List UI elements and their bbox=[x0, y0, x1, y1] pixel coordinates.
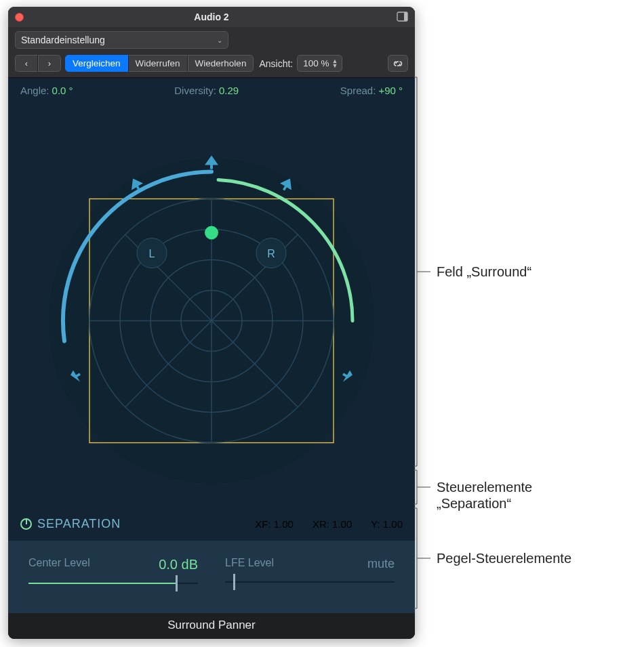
callout-separation-l1: Steuerelemente bbox=[437, 480, 532, 495]
separation-toggle[interactable]: SEPARATION bbox=[20, 517, 121, 531]
diversity-param[interactable]: Diversity:0.29 bbox=[174, 85, 239, 96]
pan-puck[interactable] bbox=[205, 226, 218, 240]
lfe-level-block: LFE Level mute bbox=[225, 557, 395, 586]
history-nav: ‹ › bbox=[15, 55, 61, 72]
stepper-icon: ▲▼ bbox=[331, 59, 338, 68]
nav-back-button[interactable]: ‹ bbox=[15, 55, 38, 72]
view-label: Ansicht: bbox=[259, 58, 293, 69]
chevron-down-icon: ⌄ bbox=[217, 37, 222, 44]
nav-forward-button[interactable]: › bbox=[38, 55, 61, 72]
speaker-right-label: R bbox=[267, 248, 275, 259]
preset-name: Standardeinstellung bbox=[21, 35, 105, 45]
params-row: Angle:0.0 ° Diversity:0.29 Spread:+90 ° bbox=[8, 78, 415, 98]
window-title: Audio 2 bbox=[8, 12, 415, 22]
center-level-value[interactable]: 0.0 dB bbox=[159, 557, 198, 572]
speaker-left-label: L bbox=[149, 248, 155, 259]
preset-select[interactable]: Standardeinstellung ⌄ bbox=[15, 31, 228, 49]
sidebar-toggle-icon[interactable] bbox=[397, 12, 408, 22]
toolbar: ‹ › Vergleichen Widerrufen Wiederholen A… bbox=[8, 52, 415, 78]
view-zoom-value: 100 % bbox=[303, 58, 329, 68]
center-level-block: Center Level 0.0 dB bbox=[28, 557, 198, 586]
separation-values: XF: 1.00 XR: 1.00 Y: 1.00 bbox=[255, 518, 403, 530]
center-level-slider[interactable] bbox=[28, 581, 198, 586]
view-zoom-select[interactable]: 100 % ▲▼ bbox=[297, 55, 342, 72]
lfe-mute-label[interactable]: mute bbox=[367, 557, 395, 571]
surround-field[interactable]: L R bbox=[18, 100, 405, 514]
link-icon bbox=[393, 59, 403, 68]
preset-row: Standardeinstellung ⌄ bbox=[8, 27, 415, 52]
titlebar: Audio 2 bbox=[8, 7, 415, 27]
spread-param[interactable]: Spread:+90 ° bbox=[340, 85, 403, 96]
callout-levels: Pegel-Steuerelemente bbox=[437, 551, 571, 566]
callout-separation-l2: „Separation“ bbox=[437, 496, 511, 512]
link-button[interactable] bbox=[388, 55, 408, 72]
center-level-label: Center Level bbox=[28, 557, 90, 572]
annotation-callouts: Feld „Surround“ Steuerelemente „Separati… bbox=[415, 0, 644, 647]
lfe-level-slider[interactable] bbox=[225, 579, 395, 585]
separation-xf[interactable]: XF: 1.00 bbox=[255, 518, 294, 530]
power-icon bbox=[20, 518, 32, 530]
separation-xr[interactable]: XR: 1.00 bbox=[313, 518, 352, 530]
angle-param[interactable]: Angle:0.0 ° bbox=[20, 85, 73, 96]
svg-rect-1 bbox=[404, 12, 407, 21]
separation-y[interactable]: Y: 1.00 bbox=[371, 518, 403, 530]
lfe-level-label: LFE Level bbox=[225, 557, 274, 571]
undo-button[interactable]: Widerrufen bbox=[128, 55, 188, 72]
redo-button[interactable]: Wiederholen bbox=[188, 55, 254, 72]
plugin-body: Angle:0.0 ° Diversity:0.29 Spread:+90 ° bbox=[8, 78, 415, 639]
plugin-window: Audio 2 Standardeinstellung ⌄ ‹ › Vergle… bbox=[8, 7, 415, 639]
separation-row: SEPARATION XF: 1.00 XR: 1.00 Y: 1.00 bbox=[8, 514, 415, 541]
compare-button[interactable]: Vergleichen bbox=[65, 55, 128, 72]
plugin-name-footer: Surround Panner bbox=[8, 613, 415, 639]
callout-surround: Feld „Surround“ bbox=[437, 264, 531, 280]
level-controls: Center Level 0.0 dB LFE Level mute bbox=[8, 541, 415, 613]
compare-undo-redo: Vergleichen Widerrufen Wiederholen bbox=[65, 55, 254, 72]
